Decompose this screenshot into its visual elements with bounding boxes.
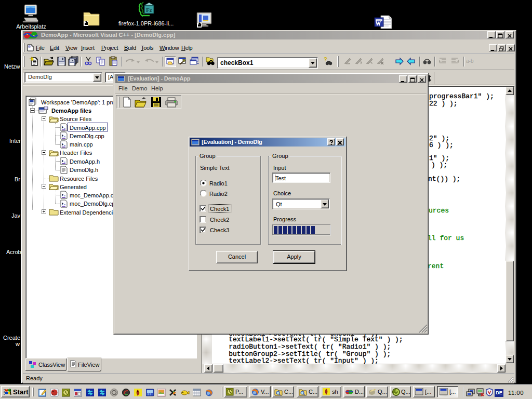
svg-text:?: ? (324, 56, 327, 62)
svg-text:Fz: Fz (146, 7, 152, 13)
